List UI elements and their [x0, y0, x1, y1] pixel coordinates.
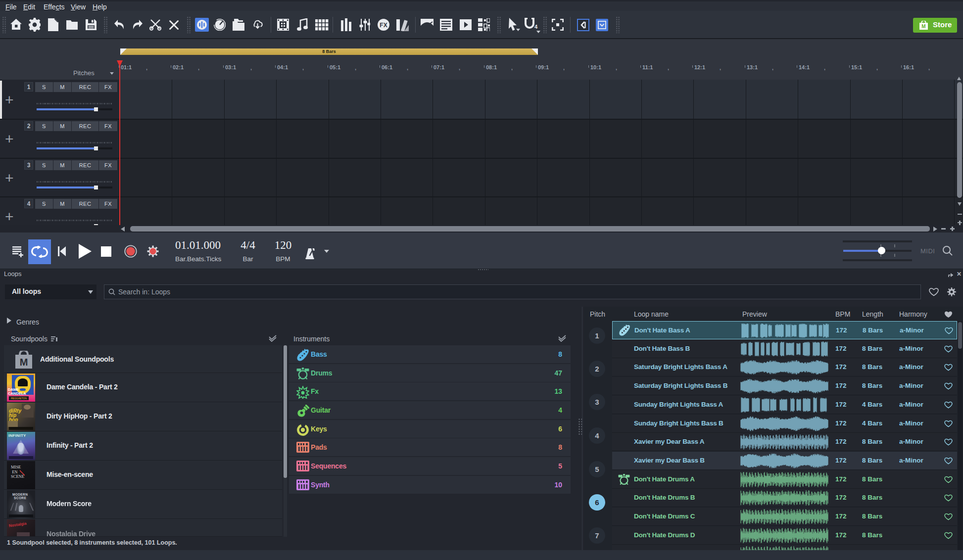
svg-text:M: M	[20, 357, 28, 368]
svg-text:M: M	[921, 24, 925, 29]
svg-text:FX: FX	[380, 22, 387, 29]
